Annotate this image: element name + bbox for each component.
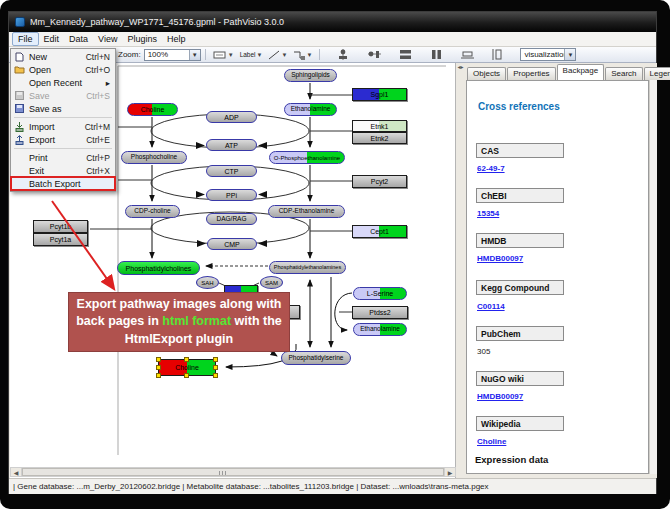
common-width-button[interactable] <box>458 48 477 61</box>
scroll-left-icon[interactable]: ◀ <box>11 468 22 476</box>
datanode-tool-button[interactable]: ▼ <box>210 48 237 61</box>
pathway-node-phosphatidylcholines[interactable]: Phosphatidylcholines <box>117 261 200 275</box>
pathway-node-ctp[interactable]: CTP <box>206 165 257 177</box>
zoom-combobox[interactable]: 100% ▼ <box>144 49 201 61</box>
pathway-node-choline[interactable]: Choline <box>127 103 178 116</box>
pathway-node-phosphocholine[interactable]: Phosphocholine <box>121 151 187 164</box>
selection-handle[interactable] <box>213 357 218 362</box>
xref-link[interactable]: 15354 <box>477 209 499 218</box>
selection-handle[interactable] <box>156 365 161 370</box>
pathway-node-pcyt1b[interactable]: Pcyt1b <box>33 220 88 233</box>
menu-item-print[interactable]: PrintCtrl+P <box>11 151 115 164</box>
save-as-disk-icon <box>14 104 25 114</box>
tab-properties[interactable]: Properties <box>507 67 555 80</box>
tab-legend[interactable]: Legend <box>644 67 670 80</box>
xref-link[interactable]: HMDB00097 <box>477 392 523 401</box>
selection-handle[interactable] <box>184 373 189 378</box>
scroll-right-icon[interactable]: ▶ <box>444 468 455 476</box>
pathway-node-l-serine[interactable]: L-Serine <box>353 287 407 300</box>
xref-link[interactable]: C00114 <box>477 302 505 311</box>
selection-handle[interactable] <box>213 365 218 370</box>
tab-objects[interactable]: Objects <box>467 67 506 80</box>
pathway-node-cdp-ethanolamine[interactable]: CDP-Ethanolamine <box>268 205 345 218</box>
chevron-down-icon[interactable]: ▼ <box>189 50 200 60</box>
sidebar-scrollbar[interactable] <box>649 80 657 474</box>
menu-item-import[interactable]: ImportCtrl+M <box>11 120 115 133</box>
pathway-node-o-phosphoethanolamine[interactable]: O-Phosphoethanolamine <box>269 151 345 164</box>
stack-horizontal-icon <box>399 49 412 60</box>
line-tool-button[interactable]: ▼ <box>265 48 290 61</box>
pathway-node-sah[interactable]: SAH <box>196 276 219 289</box>
menu-help[interactable]: Help <box>162 33 191 45</box>
align-vertical-button[interactable] <box>365 48 384 61</box>
menu-item-export[interactable]: ExportCtrl+E <box>11 133 115 146</box>
pathway-node-ptdss2[interactable]: Ptdss2 <box>352 306 408 319</box>
tab-search[interactable]: Search <box>605 67 642 80</box>
pathway-node-cdp-choline[interactable]: CDP-choline <box>125 205 180 218</box>
visualization-combobox[interactable]: visualization ▼ <box>520 48 576 61</box>
pathway-node-phosphatidylserine[interactable]: Phosphatidylserine <box>281 351 351 365</box>
xref-link[interactable]: Choline <box>477 437 506 446</box>
menu-item-save-as[interactable]: Save as <box>11 102 115 115</box>
pathway-node-phosphatidylethanolamines[interactable]: Phosphatidylethanolamines <box>269 261 346 274</box>
pathway-node-etnk2[interactable]: Etnk2 <box>352 132 407 144</box>
pathway-node-sgpl1[interactable]: Sgpl1 <box>352 88 407 101</box>
selection-handle[interactable] <box>184 357 189 362</box>
canvas-horizontal-scrollbar[interactable]: ◀ ▶ <box>10 467 456 477</box>
selection-handle[interactable] <box>213 373 218 378</box>
submenu-arrow-icon: ▸ <box>106 78 110 88</box>
stack-horizontal-button[interactable] <box>396 48 415 61</box>
common-width-icon <box>461 49 474 60</box>
status-bar: | Gene database: ...m_Derby_20120602.bri… <box>9 478 656 494</box>
pane-splitter[interactable]: ◂▸ <box>456 63 465 478</box>
menu-file[interactable]: File <box>12 32 39 46</box>
menu-separator <box>14 148 112 149</box>
selection-handle[interactable] <box>156 357 161 362</box>
selection-handle[interactable] <box>156 373 161 378</box>
import-icon <box>14 122 25 132</box>
menu-item-open-recent[interactable]: Open Recent ▸ <box>11 76 115 89</box>
export-icon <box>14 135 25 145</box>
zoom-label: Zoom: <box>118 50 141 59</box>
chevron-down-icon[interactable]: ▼ <box>564 49 575 60</box>
title-bar: Mm_Kennedy_pathway_WP1771_45176.gpml - P… <box>9 12 656 32</box>
pathway-node-ethanolamine[interactable]: Ethanolamine <box>353 323 407 336</box>
pathway-node-etnk1[interactable]: Etnk1 <box>352 120 407 132</box>
xref-link[interactable]: 62-49-7 <box>477 164 505 173</box>
xref-link[interactable]: HMDB00097 <box>477 254 523 263</box>
connector-tool-button[interactable]: ▼ <box>290 48 315 61</box>
pathway-node-ppi[interactable]: PPi <box>206 189 257 201</box>
pathway-node-pcyt2[interactable]: Pcyt2 <box>352 175 407 188</box>
xref-section-title: Wikipedia <box>476 416 564 431</box>
pathway-node-cept1[interactable]: Cept1 <box>352 225 407 238</box>
pathway-node-adp[interactable]: ADP <box>206 111 257 123</box>
menu-item-exit[interactable]: ExitCtrl+X <box>11 164 115 177</box>
stack-vertical-button[interactable] <box>427 48 446 61</box>
pathway-node-sphingolipids[interactable]: Sphingolipids <box>284 69 337 82</box>
pathway-node-atp[interactable]: ATP <box>206 139 257 151</box>
annotation-callout: Export pathway images along with back pa… <box>68 292 290 352</box>
label-tool-button[interactable]: Label ▼ <box>237 48 266 61</box>
menu-data[interactable]: Data <box>64 33 93 45</box>
align-horizontal-button[interactable] <box>334 48 353 61</box>
pathway-node-pcyt1a[interactable]: Pcyt1a <box>33 233 88 246</box>
xref-section-title: NuGO wiki <box>476 371 564 386</box>
pathway-node-cmp[interactable]: CMP <box>207 238 257 250</box>
tab-backpage[interactable]: Backpage <box>557 64 605 80</box>
menu-item-new[interactable]: NewCtrl+N <box>11 50 115 63</box>
pathway-node-ethanolamine[interactable]: Ethanolamine <box>284 103 337 116</box>
menu-plugins[interactable]: Plugins <box>122 33 162 45</box>
pathway-node-choline[interactable]: Choline <box>158 359 216 376</box>
app-icon <box>15 17 25 27</box>
scrollbar-thumb[interactable] <box>22 468 444 476</box>
pathway-node-dag-rag[interactable]: DAG/RAG <box>206 213 257 225</box>
menu-item-batch-export[interactable]: Batch Export <box>11 177 115 190</box>
pathway-node-sam[interactable]: SAM <box>260 276 283 289</box>
collapse-arrows-icon[interactable]: ◂▸ <box>457 64 463 70</box>
menu-item-open[interactable]: OpenCtrl+O <box>11 63 115 76</box>
menu-edit[interactable]: Edit <box>39 33 65 45</box>
menu-view[interactable]: View <box>93 33 122 45</box>
common-height-button[interactable] <box>489 48 508 61</box>
new-document-icon <box>14 52 25 62</box>
menu-separator <box>14 117 112 118</box>
